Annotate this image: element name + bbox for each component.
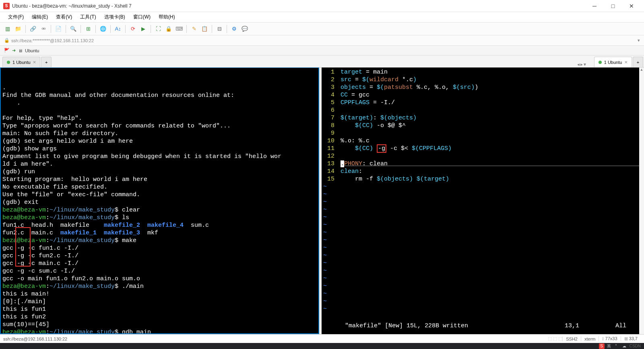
nav-prev-icon[interactable]: ◂ xyxy=(577,62,580,67)
scrollbar-right[interactable]: ▲ xyxy=(639,68,644,334)
address-bar[interactable]: 🔒 ssh://beza:**********@192.168.111.130:… xyxy=(0,35,644,46)
status-cap-icon: ⬚ ⬚ ⬚ xyxy=(548,336,562,341)
minimize-button[interactable]: ─ xyxy=(585,0,604,12)
lock-small-icon: 🔒 xyxy=(4,38,10,43)
app-icon: S xyxy=(3,3,10,9)
tab-left-label: 1 Ubuntu xyxy=(12,60,31,65)
layout-icon[interactable]: ⊟ xyxy=(215,25,224,33)
close-button[interactable]: ✕ xyxy=(622,0,641,12)
menu-view[interactable]: 查看(V) xyxy=(53,12,75,22)
ime-label[interactable]: 英 xyxy=(607,343,611,349)
tab-area: 1 Ubuntu × + ◂ ▸ ▾ 1 Ubuntu × + xyxy=(0,55,644,68)
lock-icon[interactable]: 🔒 xyxy=(164,25,173,33)
menu-tools[interactable]: 工具(T) xyxy=(77,12,99,22)
nav-menu-icon[interactable]: ▾ xyxy=(584,62,586,67)
disconnect-icon[interactable]: ⚮ xyxy=(39,25,48,33)
menubar: 文件(F) 编辑(E) 查看(V) 工具(T) 选项卡(B) 窗口(W) 帮助(… xyxy=(0,12,644,23)
arrow-icon: ➜ xyxy=(12,48,16,53)
address-dropdown-icon[interactable]: ▾ xyxy=(638,38,640,43)
terminal-left[interactable]: . Find the GDB manual and other document… xyxy=(0,68,319,334)
statusbar: ssh://beza@192.168.111.130:22 ⬚ ⬚ ⬚ SSH2… xyxy=(0,334,644,343)
flag-icon: 🚩 xyxy=(4,48,10,53)
link-icon[interactable]: 🔗 xyxy=(29,25,37,33)
menu-tabs[interactable]: 选项卡(B) xyxy=(101,12,128,22)
status-termtype: xterm xyxy=(581,337,599,341)
session-tree: 🚩 ➜ 🖥 Ubuntu xyxy=(0,46,644,55)
tab-nav-left: ◂ ▸ ▾ xyxy=(577,62,589,67)
tray-cloud-icon[interactable]: ☁ xyxy=(621,343,627,349)
highlight-icon[interactable]: ✎ xyxy=(190,25,198,33)
new-session-icon[interactable]: ▥ xyxy=(3,25,12,33)
tray-watermark: CSDN xyxy=(630,344,641,348)
vim-status-line: "makefile" [New] 15L, 228B written13,1Al… xyxy=(322,314,639,334)
globe-icon[interactable]: 🌐 xyxy=(99,25,107,33)
status-protocol: SSH2 xyxy=(562,337,581,341)
search-icon[interactable]: 🔍 xyxy=(69,25,78,33)
toolbar: ▥ 📁 🔗 ⚮ 📄 🔍 ⊞ 🌐 A↕ ⟳ ▶ ⛶ 🔒 ⌨ ✎ 📋 ⊟ ⚙ 💬 xyxy=(0,23,644,35)
tab-add-left[interactable]: + xyxy=(41,57,52,67)
status-dot-icon xyxy=(599,61,602,64)
split-panes: . Find the GDB manual and other document… xyxy=(0,68,644,334)
terminal-right[interactable]: 1 target = main 2 src = $(wildcard *.c) … xyxy=(322,68,639,334)
nav-next-icon[interactable]: ▸ xyxy=(580,62,583,67)
address-text: ssh://beza:**********@192.168.111.130:22 xyxy=(11,38,94,43)
tab-left-ubuntu[interactable]: 1 Ubuntu × xyxy=(2,57,40,67)
tab-add-right[interactable]: + xyxy=(633,57,643,67)
play-icon[interactable]: ▶ xyxy=(139,25,148,33)
status-size: ⟟ 77x33 xyxy=(599,336,620,341)
grid-icon[interactable]: ⊞ xyxy=(84,25,93,33)
keyboard-icon[interactable]: ⌨ xyxy=(175,25,184,33)
status-connection: ssh://beza@192.168.111.130:22 xyxy=(3,337,67,341)
help-icon[interactable]: 💬 xyxy=(240,25,249,33)
window-title: Ubuntu - beza@beza-vm: ~/linux/make_stud… xyxy=(12,3,585,9)
tree-node-ubuntu[interactable]: Ubuntu xyxy=(25,48,39,53)
status-sessions: ⊞ 33,7 xyxy=(621,336,641,341)
menu-edit[interactable]: 编辑(E) xyxy=(29,12,51,22)
tray-chevron-icon[interactable]: ˄ xyxy=(613,343,619,349)
menu-window[interactable]: 窗口(W) xyxy=(130,12,154,22)
tab-close-icon[interactable]: × xyxy=(33,59,36,65)
maximize-button[interactable]: □ xyxy=(604,0,622,12)
monitor-icon: 🖥 xyxy=(18,48,23,53)
open-folder-icon[interactable]: 📁 xyxy=(14,25,23,33)
settings-icon[interactable]: ⚙ xyxy=(230,25,239,33)
tray-icon[interactable]: S xyxy=(599,343,605,349)
tab-right-ubuntu[interactable]: 1 Ubuntu × xyxy=(594,57,632,67)
highlight-box-g-flags xyxy=(15,227,31,267)
os-taskbar: S 英 ˄ ☁ CSDN xyxy=(0,343,644,349)
tab-close-icon[interactable]: × xyxy=(624,59,627,65)
paste-icon[interactable]: 📋 xyxy=(200,25,209,33)
menu-file[interactable]: 文件(F) xyxy=(5,12,27,22)
scroll-up-icon[interactable]: ▲ xyxy=(640,68,644,72)
tab-right-label: 1 Ubuntu xyxy=(604,60,622,65)
menu-help[interactable]: 帮助(H) xyxy=(155,12,178,22)
titlebar: S Ubuntu - beza@beza-vm: ~/linux/make_st… xyxy=(0,0,644,12)
status-dot-icon xyxy=(7,61,10,64)
refresh-icon[interactable]: ⟳ xyxy=(128,25,137,33)
expand-icon[interactable]: ⛶ xyxy=(154,25,163,33)
font-icon[interactable]: A↕ xyxy=(114,25,122,33)
copy-icon[interactable]: 📄 xyxy=(54,25,63,33)
